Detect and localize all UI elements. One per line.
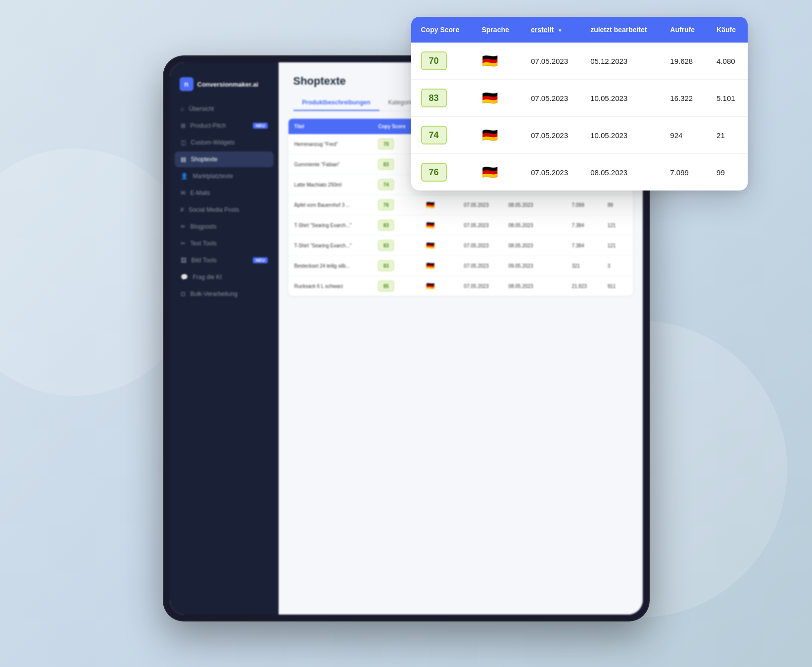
popup-cell-score: 74 xyxy=(411,117,472,154)
popup-table-row[interactable]: 76 🇩🇪 07.05.2023 08.05.2023 7.099 99 xyxy=(411,154,748,191)
cell-title: Besteckset 24 teilig silb... xyxy=(288,256,373,276)
table-row[interactable]: Äpfel vom Bauernhof 3 ... 76 🇩🇪 07.05.20… xyxy=(288,195,633,215)
table-row[interactable]: Besteckset 24 teilig silb... 83 🇩🇪 07.05… xyxy=(288,256,633,276)
popup-cell-views: 924 xyxy=(660,117,707,154)
new-badge-bild: NEU xyxy=(253,257,267,263)
popup-flag-icon: 🇩🇪 xyxy=(482,128,498,143)
popup-cell-created: 07.05.2023 xyxy=(521,117,580,154)
cell-created: 07.05.2023 xyxy=(458,195,503,215)
edit-icon: ✏ xyxy=(181,223,186,230)
cell-purchases: 3 xyxy=(602,256,633,276)
cell-views: 7.384 xyxy=(566,236,601,256)
popup-cell-views: 16.322 xyxy=(660,80,707,117)
cell-title: Herrenanzug "Fred" xyxy=(288,134,373,154)
cell-score: 76 xyxy=(372,195,420,215)
cell-last-edited: 08.05.2023 xyxy=(502,236,566,256)
sidebar-item-frag-ki[interactable]: 💬 Frag die KI xyxy=(175,269,274,285)
sidebar-item-product-pitch[interactable]: ⊞ Product-Pitch NEU xyxy=(175,118,274,134)
sidebar-item-blogposts[interactable]: ✏ Blogposts xyxy=(175,219,274,235)
popup-cell-language: 🇩🇪 xyxy=(472,43,521,80)
popup-cell-purchases: 99 xyxy=(707,154,747,191)
sidebar-item-emails[interactable]: ✉ E-Mails xyxy=(175,185,274,201)
mail-icon: ✉ xyxy=(181,190,186,196)
image-icon: 🖼 xyxy=(181,257,187,264)
new-badge: NEU xyxy=(253,123,267,129)
cell-created: 07.05.2023 xyxy=(458,276,503,296)
popup-flag-icon: 🇩🇪 xyxy=(482,53,498,68)
cell-views: 7.384 xyxy=(566,215,601,236)
popup-cell-language: 🇩🇪 xyxy=(472,154,521,191)
cell-score: 85 xyxy=(372,276,420,296)
sidebar-item-label: Product-Pitch xyxy=(191,122,226,129)
flag-icon: 🇩🇪 xyxy=(426,282,434,290)
table-row[interactable]: Rucksack 6 L schwarz 85 🇩🇪 07.05.2023 08… xyxy=(288,276,633,296)
score-badge: 85 xyxy=(378,281,394,291)
popup-flag-icon: 🇩🇪 xyxy=(482,165,498,180)
logo-icon: n xyxy=(180,77,193,91)
sidebar-item-shoptexte[interactable]: ▤ Shoptexte xyxy=(175,151,274,167)
cell-language: 🇩🇪 xyxy=(420,276,458,296)
flag-icon: 🇩🇪 xyxy=(426,262,434,270)
cell-created: 07.05.2023 xyxy=(458,236,503,256)
popup-col-kaeufe[interactable]: Käufe xyxy=(707,17,747,43)
sidebar-logo: n Conversionmaker.ai xyxy=(170,72,279,101)
cell-title: Rucksack 6 L schwarz xyxy=(288,276,373,296)
table-icon: ▤ xyxy=(181,156,186,163)
popup-score-badge: 76 xyxy=(421,163,447,182)
popup-cell-last-edited: 10.05.2023 xyxy=(580,117,660,154)
popup-score-badge: 70 xyxy=(421,51,447,70)
sidebar-item-label: Marktplatztexte xyxy=(193,173,233,180)
sidebar-item-bulk[interactable]: ⊡ Bulk-Verarbeitung xyxy=(175,286,274,302)
cell-created: 07.05.2023 xyxy=(458,215,503,236)
sidebar-item-label: Shoptexte xyxy=(191,156,218,163)
zuletzt-label: zuletzt bearbeitet xyxy=(590,26,647,34)
logo-text: Conversionmaker.ai xyxy=(197,81,259,88)
table-row[interactable]: T-Shirt "Searing Exarch..." 83 🇩🇪 07.05.… xyxy=(288,215,633,236)
cell-language: 🇩🇪 xyxy=(420,236,458,256)
copy-score-label: Copy Score xyxy=(421,26,460,34)
cell-views: 21.823 xyxy=(566,276,601,296)
sidebar-item-bild-tools[interactable]: 🖼 Bild Tools NEU xyxy=(175,252,274,268)
popup-col-zuletzt[interactable]: zuletzt bearbeitet xyxy=(580,17,660,43)
user-icon: 👤 xyxy=(181,173,188,180)
popup-cell-views: 19.628 xyxy=(660,43,707,80)
popup-col-aufrufe[interactable]: Aufrufe xyxy=(660,17,707,43)
popup-col-erstellt[interactable]: erstellt ▼ xyxy=(521,17,580,43)
sidebar-item-social-media[interactable]: # Social Media Posts xyxy=(175,202,274,218)
flag-icon: 🇩🇪 xyxy=(426,221,434,229)
cell-title: Äpfel vom Bauernhof 3 ... xyxy=(288,195,373,215)
cell-score: 83 xyxy=(372,236,420,256)
table-row[interactable]: T-Shirt "Searing Exarch..." 83 🇩🇪 07.05.… xyxy=(288,236,633,256)
cell-purchases: 121 xyxy=(602,215,633,236)
score-badge: 83 xyxy=(378,260,394,271)
popup-col-copy-score[interactable]: Copy Score xyxy=(411,17,472,43)
cell-title: Latte Machiato 250ml xyxy=(288,175,373,195)
tab-produktbeschreibungen[interactable]: Produktbeschreibungen xyxy=(293,95,380,111)
flag-icon: 🇩🇪 xyxy=(426,241,434,249)
score-badge: 70 xyxy=(378,139,394,149)
kaeufe-label: Käufe xyxy=(716,26,736,34)
sidebar: n Conversionmaker.ai ⌂ Übersicht ⊞ Produ… xyxy=(170,62,279,615)
popup-table-row[interactable]: 74 🇩🇪 07.05.2023 10.05.2023 924 21 xyxy=(411,117,748,154)
popup-table-row[interactable]: 70 🇩🇪 07.05.2023 05.12.2023 19.628 4.080 xyxy=(411,43,748,80)
hash-icon: # xyxy=(181,206,184,213)
popup-cell-created: 07.05.2023 xyxy=(521,80,580,117)
sidebar-item-overview[interactable]: ⌂ Übersicht xyxy=(175,101,274,117)
popup-col-sprache[interactable]: Sprache xyxy=(472,17,521,43)
cell-purchases: 911 xyxy=(602,276,633,296)
home-icon: ⌂ xyxy=(181,105,184,112)
popup-cell-score: 83 xyxy=(411,80,472,117)
sidebar-item-marktplatztexte[interactable]: 👤 Marktplatztexte xyxy=(175,168,274,184)
widget-icon: ◫ xyxy=(181,139,186,146)
popup-table-row[interactable]: 83 🇩🇪 07.05.2023 10.05.2023 16.322 5.101 xyxy=(411,80,748,117)
aufrufe-label: Aufrufe xyxy=(670,26,695,34)
sidebar-item-custom-widgets[interactable]: ◫ Custom-Widgets xyxy=(175,135,274,150)
cell-title: T-Shirt "Searing Exarch..." xyxy=(288,236,373,256)
flag-icon: 🇩🇪 xyxy=(426,201,434,209)
cell-views: 321 xyxy=(566,256,601,276)
sort-icon: ▼ xyxy=(558,28,563,33)
cell-last-edited: 09.05.2023 xyxy=(502,256,566,276)
popup-header-row: Copy Score Sprache erstellt ▼ zuletzt be… xyxy=(411,17,748,43)
col-header-titel: Titel xyxy=(288,119,373,134)
sidebar-item-text-tools[interactable]: ✂ Text Tools xyxy=(175,236,274,251)
